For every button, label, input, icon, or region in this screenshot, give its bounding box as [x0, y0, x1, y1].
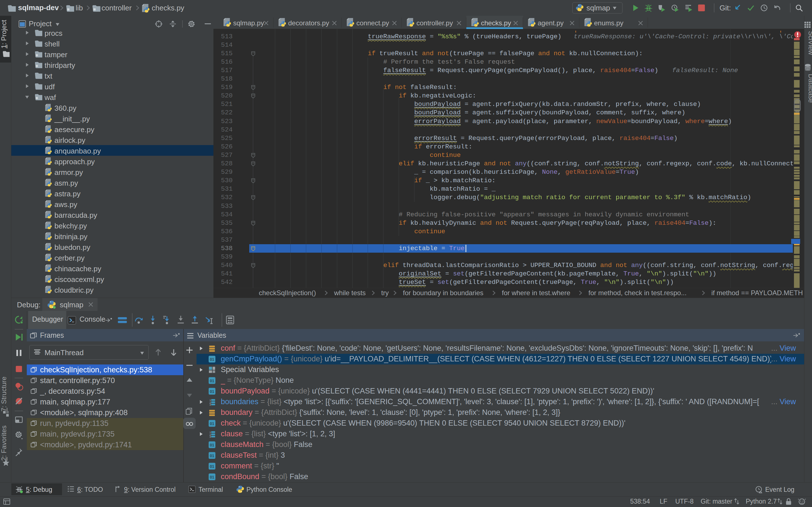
svg-text:01: 01: [210, 389, 214, 394]
svg-text:01: 01: [210, 464, 214, 469]
svg-text:01: 01: [210, 421, 214, 426]
svg-text:01: 01: [210, 475, 214, 480]
svg-text:3: 3: [209, 403, 211, 406]
svg-text:3: 3: [209, 436, 211, 438]
svg-text:01: 01: [210, 453, 214, 458]
svg-text:01: 01: [210, 379, 214, 383]
svg-text:01: 01: [210, 443, 214, 447]
svg-text:01: 01: [210, 357, 214, 362]
